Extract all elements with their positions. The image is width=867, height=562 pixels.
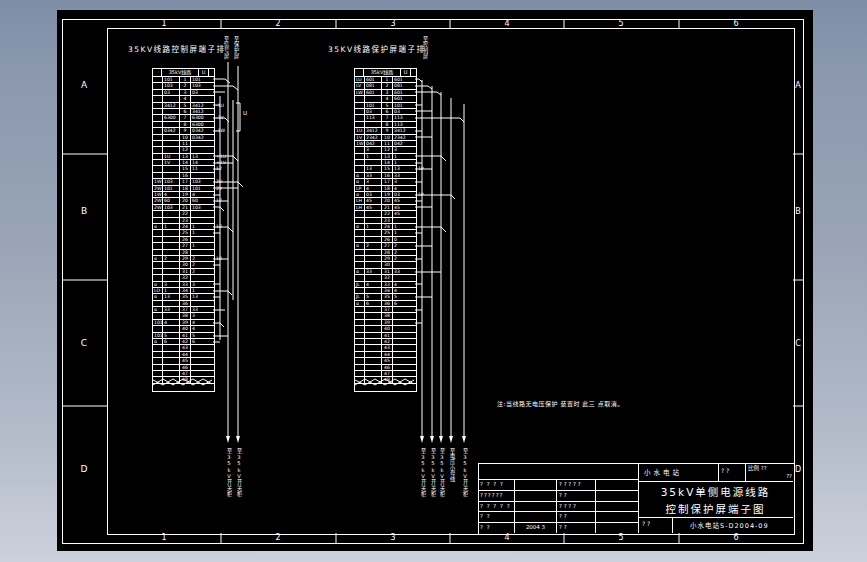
device-prefix: JL: [355, 282, 365, 287]
panel-wire-label: 101: [365, 103, 382, 108]
terminal-number: 31: [382, 269, 393, 274]
protect-table-title: 35KV线路保护屏端子排: [328, 43, 426, 54]
device-prefix: [153, 237, 163, 242]
terminal-number: 5: [382, 103, 393, 108]
device-prefix: [153, 230, 163, 235]
panel-wire-label: 13: [365, 166, 382, 171]
terminal-number: 28: [382, 250, 393, 255]
panel-wire-label: [365, 230, 382, 235]
panel-wire-label: [365, 320, 382, 325]
terminal-number: 32: [180, 275, 191, 280]
terminal-number: 35: [382, 294, 393, 299]
cable-wire-label: 03: [393, 192, 416, 197]
panel-wire-label: [163, 109, 180, 114]
device-prefix: α: [355, 224, 365, 229]
device-prefix: [355, 339, 365, 344]
cable-wire-label: 0342: [191, 135, 214, 140]
device-prefix: [355, 154, 365, 159]
col-num-3-top: 3: [336, 19, 450, 28]
terminal-number: 26: [382, 237, 393, 242]
scale-cell: 比例 ?? ??: [748, 464, 792, 480]
zone-letter-c-left: C: [62, 338, 106, 348]
col-num-1-top: 1: [107, 19, 221, 28]
terminal-number: 40: [180, 326, 191, 331]
device-prefix: α: [355, 269, 365, 274]
panel-wire-label: [163, 166, 180, 171]
panel-wire-label: 6300: [163, 115, 180, 120]
cable-wire-label: 3412: [191, 103, 214, 108]
terminal-number: 13: [180, 154, 191, 159]
cable-wire-label: [191, 96, 214, 101]
cable-wire-label: [191, 218, 214, 223]
wire-suffix-label: +1V: [216, 160, 238, 165]
panel-wire-label: [163, 237, 180, 242]
cable-wire-label: 103: [191, 179, 214, 184]
header-u: U: [401, 69, 411, 76]
drawing-note: 注:当线路无电压保护 装置时 此三 点取消。: [497, 399, 624, 408]
terminal-number: 16: [382, 173, 393, 178]
cable-wire-label: 6: [191, 339, 214, 344]
title-block-divider: [718, 463, 719, 481]
panel-wire-label: [163, 173, 180, 178]
cable-wire-label: 4: [393, 186, 416, 191]
terminal-number: 22: [382, 211, 393, 216]
drawing-title-line2: 控制保护屏端子图: [638, 501, 793, 516]
cable-wire-label: 03: [191, 90, 214, 95]
panel-wire-label: 101: [163, 77, 180, 82]
device-prefix: [355, 313, 365, 318]
cable-wire-label: 33: [191, 307, 214, 312]
terminal-row: 48: [153, 377, 214, 382]
wire-suffix-label: 13: [216, 224, 238, 229]
destination-label: 至控制屏: [421, 36, 428, 59]
terminal-number: 7: [180, 115, 191, 120]
terminal-number: 42: [180, 339, 191, 344]
panel-wire-label: [365, 313, 382, 318]
device-prefix: 1V: [355, 135, 365, 140]
panel-wire-label: 45: [365, 198, 382, 203]
terminal-number: 35: [180, 294, 191, 299]
cable-destination-label: 至35kV开关柜: [429, 448, 436, 497]
terminal-number: 36: [180, 301, 191, 306]
cable-wire-label: 6300: [191, 115, 214, 120]
device-prefix: [153, 352, 163, 357]
panel-wire-label: [163, 243, 180, 248]
cable-wire-label: 4: [191, 192, 214, 197]
device-prefix: LD: [153, 288, 163, 293]
terminal-number: 37: [180, 307, 191, 312]
header-spacer: [153, 69, 162, 76]
control-terminal-table: 35kV线路 U 101 1 101 103 2 103 03: [152, 68, 215, 392]
cable-wire-label: 45: [393, 211, 416, 216]
sig-cell: ? ?: [478, 512, 515, 522]
panel-wire-label: [365, 96, 382, 101]
device-prefix: 2W: [153, 205, 163, 210]
device-prefix: α: [355, 179, 365, 184]
device-prefix: [153, 371, 163, 376]
cable-wire-label: 1: [393, 224, 416, 229]
panel-wire-label: [365, 352, 382, 357]
signature-table: ? ? ? ? ? ? ? ? ? ?????? ? ? ? ? ? ? ? ?…: [478, 479, 638, 534]
device-prefix: [153, 269, 163, 274]
signature-row: ?????? ? ?: [478, 491, 638, 502]
cable-destination-label: 至35kV开关柜: [419, 448, 426, 497]
terminal-number: 33: [180, 282, 191, 287]
terminal-number: 15: [180, 166, 191, 171]
panel-wire-label: [163, 96, 180, 101]
device-prefix: 101: [153, 320, 163, 325]
panel-wire-label: 103: [163, 83, 180, 88]
protect-terminal-table: 35kV线路 U LU 601 1 601 LV 081 2 081 LW: [354, 68, 417, 392]
terminal-number: 10: [382, 135, 393, 140]
cable-wire-label: 1: [191, 243, 214, 248]
zone-letter-d-left: D: [62, 464, 106, 474]
scale-line2: ??: [748, 472, 792, 480]
terminal-number: 4: [180, 96, 191, 101]
terminal-number: 5: [180, 103, 191, 108]
device-prefix: [153, 218, 163, 223]
device-prefix: [153, 275, 163, 280]
signature-row: ? ? 2004 3 ? ?: [478, 523, 638, 533]
panel-wire-label: [163, 250, 180, 255]
cable-destination-label: 至35kV开关柜: [438, 448, 445, 497]
col-num-6-top: 6: [679, 19, 793, 28]
cable-wire-label: 3412: [393, 128, 416, 133]
device-prefix: [355, 160, 365, 165]
device-prefix: LV: [355, 83, 365, 88]
